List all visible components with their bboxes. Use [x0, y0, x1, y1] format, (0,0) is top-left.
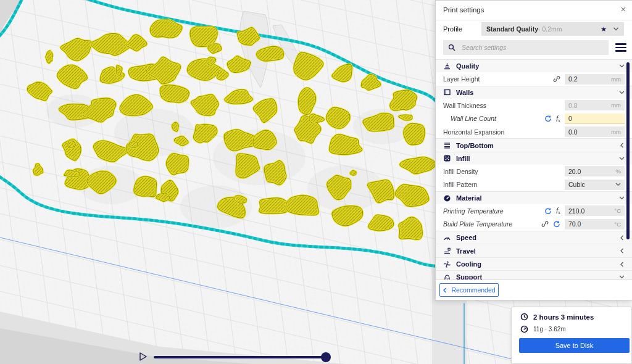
panel-footer: Recommended — [436, 279, 632, 300]
chevron-left-icon — [620, 262, 625, 267]
playback-slider-handle[interactable] — [321, 352, 331, 362]
section-top-bottom[interactable]: Top/Bottom — [436, 138, 632, 151]
section-label: Top/Bottom — [456, 142, 494, 149]
chevron-down-icon — [613, 27, 619, 31]
top-bottom-icon — [443, 141, 451, 149]
link-icon — [541, 220, 549, 228]
field-unit: °C — [614, 207, 621, 214]
cura-preview-window: Print settings × Profile Standard Qualit… — [0, 0, 632, 364]
setting-label: Layer Height — [443, 75, 480, 83]
chevron-left-icon — [443, 287, 447, 293]
printing-temperature-field[interactable]: 210.0 °C — [565, 205, 625, 216]
search-icon — [448, 44, 456, 52]
section-label: Quality — [456, 62, 479, 70]
wall-line-count-field[interactable]: 0 — [565, 114, 625, 124]
play-button[interactable] — [139, 352, 148, 362]
infill-pattern-dropdown[interactable]: Cubic — [565, 180, 625, 190]
infill-icon — [443, 154, 451, 162]
field-unit: mm — [611, 102, 621, 109]
section-quality[interactable]: Quality — [436, 59, 632, 72]
field-unit: % — [616, 168, 621, 175]
horizontal-expansion-field[interactable]: 0.0 mm — [565, 126, 625, 137]
chevron-down-icon — [619, 64, 625, 68]
panel-header: Print settings × — [436, 1, 632, 20]
section-label: Travel — [456, 247, 476, 255]
section-travel[interactable]: Travel — [436, 244, 632, 257]
material-usage: 11g · 3.62m — [533, 326, 566, 333]
material-spool-icon — [520, 325, 528, 333]
chevron-down-icon — [619, 196, 625, 201]
clock-icon — [520, 313, 528, 321]
section-label: Cooling — [456, 260, 481, 268]
close-icon[interactable]: × — [621, 4, 626, 14]
save-to-disk-button[interactable]: Save to Disk — [519, 338, 630, 353]
setting-infill-pattern: Infill Pattern Cubic — [436, 178, 632, 191]
setting-label: Infill Density — [443, 168, 478, 175]
chevron-down-icon — [619, 275, 625, 279]
chevron-left-icon — [620, 248, 625, 254]
section-material[interactable]: Material — [436, 191, 632, 204]
star-icon[interactable]: ★ — [601, 25, 607, 33]
print-settings-panel: Print settings × Profile Standard Qualit… — [435, 0, 632, 300]
search-field[interactable] — [443, 40, 609, 55]
search-row — [436, 38, 632, 57]
section-walls[interactable]: Walls — [436, 86, 632, 99]
setting-label: Infill Pattern — [443, 181, 477, 188]
chevron-down-icon — [615, 182, 621, 187]
function-icon: fx — [556, 114, 560, 123]
wall-thickness-field[interactable]: 0.8 mm — [565, 100, 625, 110]
support-icon — [443, 273, 451, 279]
section-label: Material — [456, 194, 482, 202]
output-panel: 2 hours 3 minutes 11g · 3.62m Save to Di… — [511, 307, 632, 364]
print-time-row: 2 hours 3 minutes — [520, 313, 594, 321]
section-label: Speed — [456, 234, 476, 241]
layer-playback-slider[interactable] — [154, 356, 330, 358]
section-cooling[interactable]: Cooling — [436, 257, 632, 270]
chevron-left-icon — [620, 235, 625, 241]
field-unit: mm — [611, 76, 621, 83]
profile-label: Profile — [443, 25, 462, 33]
build-plate-temperature-field[interactable]: 70.0 °C — [565, 219, 625, 230]
field-value: 0.2 — [568, 75, 578, 83]
revert-icon[interactable] — [544, 207, 552, 215]
setting-label: Horizontal Expansion — [443, 128, 504, 136]
field-value: 0.0 — [568, 128, 578, 136]
recommended-button[interactable]: Recommended — [439, 283, 499, 297]
profile-detail: - 0.2mm — [538, 25, 562, 33]
setting-printing-temperature: Printing Temperature fx 210.0 °C — [436, 204, 632, 217]
profile-row: Profile Standard Quality - 0.2mm ★ — [436, 21, 632, 37]
profile-dropdown[interactable]: Standard Quality - 0.2mm ★ — [481, 22, 624, 36]
search-input[interactable] — [460, 43, 604, 52]
cooling-icon — [443, 260, 451, 268]
field-unit: mm — [611, 128, 621, 135]
field-value: 0.8 — [568, 102, 578, 109]
chevron-down-icon — [619, 90, 625, 95]
section-support[interactable]: Support — [436, 270, 632, 279]
setting-wall-thickness: Wall Thickness 0.8 mm — [436, 99, 632, 112]
setting-horizontal-expansion: Horizontal Expansion 0.0 mm — [436, 125, 632, 138]
revert-icon[interactable] — [544, 115, 552, 122]
settings-list: Quality Layer Height 0.2 mm Walls — [436, 59, 632, 279]
travel-icon — [443, 247, 451, 255]
section-label: Support — [456, 273, 482, 279]
speed-icon — [443, 234, 451, 242]
infill-density-field[interactable]: 20.0 % — [565, 166, 625, 176]
section-label: Infill — [456, 155, 470, 162]
quality-icon — [443, 62, 451, 70]
section-label: Walls — [456, 89, 473, 96]
settings-menu-icon[interactable] — [615, 43, 626, 52]
layer-height-field[interactable]: 0.2 mm — [565, 74, 625, 85]
profile-value: Standard Quality — [486, 25, 538, 33]
field-unit: °C — [614, 221, 621, 228]
setting-infill-density: Infill Density 20.0 % — [436, 165, 632, 178]
setting-label: Build Plate Temperature — [443, 220, 512, 228]
setting-layer-height: Layer Height 0.2 mm — [436, 72, 632, 85]
field-value: 20.0 — [568, 168, 581, 175]
panel-title: Print settings — [443, 6, 484, 14]
material-icon — [443, 194, 451, 202]
chevron-left-icon — [620, 143, 625, 148]
revert-icon[interactable] — [553, 220, 560, 228]
section-infill[interactable]: Infill — [436, 152, 632, 165]
section-speed[interactable]: Speed — [436, 231, 632, 244]
panel-scrollbar[interactable] — [626, 62, 630, 239]
